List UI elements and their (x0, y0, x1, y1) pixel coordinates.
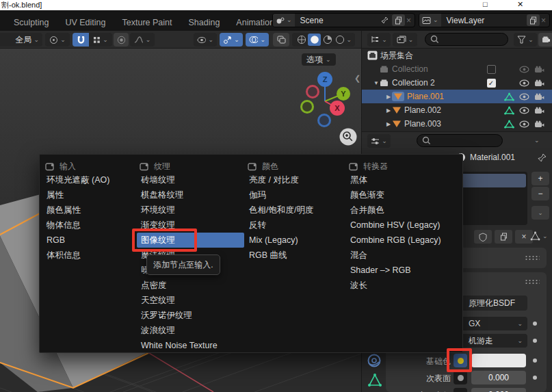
disable-render-toggle[interactable] (531, 79, 547, 87)
menu-item[interactable]: 混合 (346, 248, 462, 263)
toggle-xray-button[interactable] (273, 33, 289, 47)
workspace-tab[interactable]: Texture Paint (114, 14, 181, 31)
breadcrumb-material-name[interactable]: Material.001 (470, 153, 515, 162)
menu-item[interactable]: 物体信息 (42, 218, 133, 233)
expand-arrow-icon[interactable]: ▶ (385, 94, 392, 100)
animate-dot[interactable] (533, 339, 537, 343)
properties-search-input[interactable] (417, 134, 503, 147)
remove-material-slot-button[interactable]: − (531, 187, 549, 200)
outliner-row[interactable]: ▼Collection 2✓ (362, 76, 552, 90)
fake-user-shield-button[interactable] (474, 230, 492, 244)
base-color-swatch[interactable] (471, 354, 526, 367)
workspace-tab[interactable]: UV Editing (57, 14, 114, 31)
hide-eye-toggle[interactable] (516, 120, 531, 128)
disable-render-toggle[interactable] (531, 107, 547, 114)
show-overlays-toggle[interactable]: ⌄ (246, 33, 269, 47)
copy-scene-button[interactable] (392, 14, 405, 26)
menu-item[interactable]: RGB (42, 233, 133, 248)
pin-icon[interactable] (380, 16, 389, 25)
hide-eye-toggle[interactable] (516, 79, 531, 87)
shading-rendered-button[interactable] (334, 35, 345, 44)
panel-grip-icon[interactable] (525, 279, 540, 284)
collection-checkbox[interactable]: ✓ (484, 79, 499, 88)
proportional-editing-toggle[interactable] (114, 33, 129, 47)
menu-item[interactable]: White Noise Texture (137, 338, 244, 353)
menu-item[interactable]: Mix (Legacy) (245, 233, 342, 248)
input-socket[interactable] (454, 388, 467, 392)
disable-render-toggle[interactable] (531, 66, 547, 73)
menu-item[interactable]: 色相/饱和度/明度 (245, 202, 342, 218)
menu-item[interactable]: 反转 (245, 218, 342, 233)
collection-checkbox[interactable] (484, 65, 499, 74)
menu-item[interactable]: RGB 曲线 (245, 248, 342, 263)
menu-item[interactable]: 黑体 (346, 172, 462, 187)
properties-editor-type-dropdown[interactable]: ⌄ (367, 134, 391, 148)
material-slot-specials-dropdown[interactable]: ⌄ (531, 206, 549, 220)
shading-material-button[interactable] (321, 35, 333, 44)
outliner-row[interactable]: 场景集合 (362, 49, 552, 62)
viewlayer-selector[interactable]: ⌄ ViewLayer × (419, 13, 550, 27)
value-slider[interactable]: 0.000 (471, 371, 526, 384)
outliner-search-input[interactable] (425, 33, 508, 46)
axis-minus-y-ball[interactable] (302, 101, 313, 113)
menu-item[interactable]: 点密度 (137, 278, 244, 293)
pivot-point-dropdown[interactable]: ⌄ (45, 33, 70, 47)
panel-grip-icon[interactable] (525, 255, 540, 260)
scene-icon[interactable]: ⌄ (273, 14, 295, 27)
material-properties-tab[interactable] (366, 352, 382, 369)
animate-dot[interactable] (533, 322, 537, 326)
menu-item[interactable]: Combine HSV (Legacy) (346, 218, 462, 233)
add-material-slot-button[interactable]: + (531, 172, 549, 185)
scene-selector[interactable]: ⌄ Scene × (272, 13, 415, 27)
viewlayer-name[interactable]: ViewLayer (441, 16, 527, 25)
input-socket[interactable] (454, 371, 467, 384)
menu-item[interactable]: 体积信息 (42, 248, 133, 263)
new-collection-button[interactable] (538, 33, 552, 47)
axis-minus-x-ball[interactable] (307, 86, 319, 98)
snap-toggle[interactable] (73, 33, 89, 47)
menu-item[interactable]: 亮度 / 对比度 (245, 172, 342, 187)
hide-eye-toggle[interactable] (516, 66, 531, 73)
pin-icon[interactable] (537, 153, 547, 163)
shading-solid-button[interactable] (308, 34, 321, 46)
scene-name[interactable]: Scene (295, 16, 380, 25)
menu-item[interactable]: 沃罗诺伊纹理 (137, 308, 244, 323)
menu-item[interactable]: 环境光遮蔽 (AO) (42, 172, 133, 187)
menu-item[interactable]: 环境纹理 (137, 202, 244, 218)
proportional-falloff-dropdown[interactable]: ⌄ (130, 33, 155, 47)
shading-wireframe-button[interactable] (295, 35, 307, 44)
nodetree-filter-dropdown[interactable]: ⌄ (530, 231, 548, 241)
snap-settings-dropdown[interactable]: ⌄ (89, 33, 112, 47)
collapse-arrow-icon[interactable]: ▼ (373, 80, 380, 86)
value-slider[interactable]: 0.000 (471, 388, 526, 392)
copy-viewlayer-button[interactable] (527, 14, 540, 26)
workspace-tab[interactable]: Sculpting (5, 14, 57, 31)
shading-dropdown-icon[interactable]: ⌄ (346, 37, 352, 43)
outliner-filter-dropdown[interactable]: ⌄ (514, 33, 537, 47)
hide-eye-toggle[interactable] (516, 93, 531, 101)
outliner-row[interactable]: Collection (362, 62, 552, 76)
menu-item[interactable]: 属性 (42, 187, 133, 202)
navigation-gizmo[interactable]: Z Y X (293, 66, 361, 131)
outliner-display-mode-dropdown[interactable]: ⌄ (367, 33, 391, 47)
maximize-button[interactable]: □ (483, 0, 488, 8)
axis-minus-z-ball[interactable] (319, 115, 330, 127)
menu-item[interactable]: Combine RGB (Legacy) (346, 233, 462, 248)
menu-item[interactable]: 天空纹理 (137, 293, 244, 308)
expand-arrow-icon[interactable]: ▶ (385, 107, 392, 114)
menu-item[interactable]: 波长 (346, 278, 462, 293)
outliner-filter-mode-dropdown[interactable]: ⌄ (393, 33, 417, 47)
menu-item[interactable]: Shader –> RGB (346, 263, 462, 278)
menu-item[interactable]: 棋盘格纹理 (137, 187, 244, 202)
properties-options-dropdown[interactable]: ⌄ (534, 138, 540, 144)
outliner-row[interactable]: ▶Plane.003 (362, 117, 552, 131)
remove-viewlayer-icon[interactable]: × (541, 16, 546, 25)
workspace-tab[interactable]: Shading (180, 14, 228, 31)
show-gizmos-toggle[interactable]: ⌄ (220, 33, 243, 47)
menu-item[interactable]: 颜色渐变 (346, 187, 462, 202)
disable-render-toggle[interactable] (531, 120, 547, 128)
close-button[interactable]: ✕ (517, 0, 523, 9)
animate-dot[interactable] (533, 376, 537, 380)
animate-dot[interactable] (533, 358, 537, 363)
show-object-types-dropdown[interactable]: ⌄ (194, 33, 217, 47)
